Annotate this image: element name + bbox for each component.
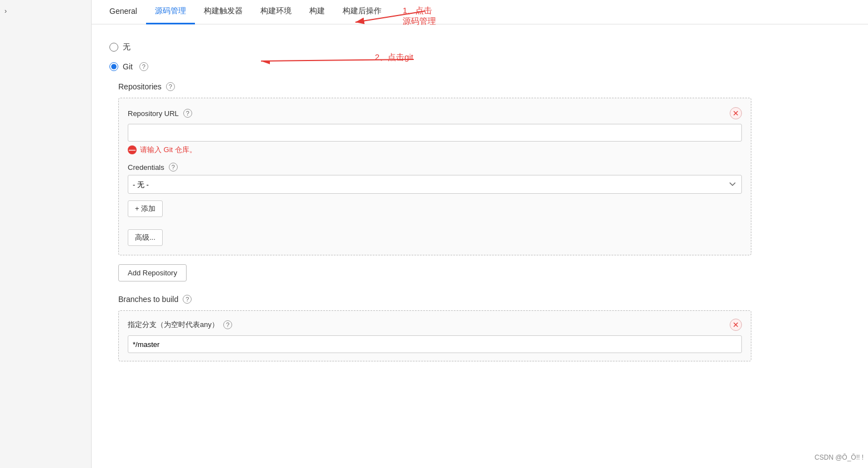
tab-build[interactable]: 构建 <box>300 0 334 24</box>
sidebar-chevron[interactable]: › <box>0 4 11 17</box>
credentials-select-wrapper: - 无 - <box>128 175 742 194</box>
repo-error-message: — 请输入 Git 仓库。 <box>128 145 742 155</box>
credentials-select[interactable]: - 无 - <box>128 175 742 194</box>
branches-section: Branches to build ? 指定分支（为空时代表any） ? ✕ <box>118 295 850 361</box>
tab-general[interactable]: General <box>101 0 146 24</box>
branch-input[interactable] <box>128 335 742 353</box>
branch-box: 指定分支（为空时代表any） ? ✕ <box>118 310 751 361</box>
branches-label-text: Branches to build <box>118 295 178 304</box>
radio-none-row: 无 <box>109 42 850 52</box>
tab-build-env[interactable]: 构建环境 <box>252 0 300 24</box>
credentials-label-text: Credentials <box>128 163 164 172</box>
repo-url-help-icon[interactable]: ? <box>183 109 192 118</box>
repo-close-button[interactable]: ✕ <box>730 107 742 119</box>
credentials-buttons: + 添加 <box>128 194 742 217</box>
repositories-help-icon[interactable]: ? <box>166 82 175 91</box>
tab-build-trigger[interactable]: 构建触发器 <box>195 0 252 24</box>
branch-field-label-text: 指定分支（为空时代表any） <box>128 320 219 330</box>
radio-git-label: Git <box>123 62 133 71</box>
branch-close-button[interactable]: ✕ <box>730 319 742 331</box>
svg-line-3 <box>261 59 414 61</box>
tab-post-build[interactable]: 构建后操作 <box>334 0 390 24</box>
radio-git[interactable] <box>109 62 118 71</box>
repositories-section: Repositories ? Repository URL ? ✕ <box>118 82 850 361</box>
watermark: CSDN @Ō_Ō!! ! <box>815 454 864 461</box>
branches-label: Branches to build ? <box>118 295 850 304</box>
repo-url-label-text: Repository URL <box>128 109 179 118</box>
radio-none[interactable] <box>109 43 118 52</box>
tabs-bar: General 源码管理 构建触发器 构建环境 构建 构建后操作 <box>92 0 868 24</box>
add-credentials-button[interactable]: + 添加 <box>128 200 163 217</box>
branches-help-icon[interactable]: ? <box>183 295 192 304</box>
branch-field-help-icon[interactable]: ? <box>223 320 232 329</box>
repo-url-label: Repository URL ? <box>128 109 192 118</box>
advanced-button-row: 高级... <box>128 223 742 246</box>
add-repository-button[interactable]: Add Repository <box>118 264 187 281</box>
branch-field-label: 指定分支（为空时代表any） ? <box>128 320 232 330</box>
advanced-button[interactable]: 高级... <box>128 229 163 246</box>
branch-header: 指定分支（为空时代表any） ? ✕ <box>128 319 742 331</box>
error-text: 请输入 Git 仓库。 <box>140 145 197 155</box>
content-area: 2、点击git 无 Git ? Repositories ? <box>92 24 868 375</box>
sidebar: › <box>0 0 92 468</box>
repo-url-header: Repository URL ? ✕ <box>128 107 742 119</box>
repositories-label: Repositories ? <box>118 82 850 91</box>
git-help-icon[interactable]: ? <box>139 62 148 71</box>
repositories-label-text: Repositories <box>118 82 162 91</box>
credentials-label: Credentials ? <box>128 163 742 172</box>
radio-git-row: Git ? <box>109 62 850 71</box>
repo-url-input[interactable] <box>128 124 742 142</box>
repository-box: Repository URL ? ✕ — 请输入 Git 仓库。 <box>118 98 751 255</box>
credentials-help-icon[interactable]: ? <box>169 163 178 172</box>
radio-none-label: 无 <box>123 42 131 52</box>
tab-source-mgmt[interactable]: 源码管理 <box>146 0 195 24</box>
error-icon: — <box>128 145 137 154</box>
credentials-section: Credentials ? - 无 - + 添加 高级... <box>128 163 742 246</box>
annotation-2-text: 2、点击git <box>375 52 413 63</box>
main-content: General 源码管理 构建触发器 构建环境 构建 构建后操作 1、点击源码 <box>92 0 868 468</box>
